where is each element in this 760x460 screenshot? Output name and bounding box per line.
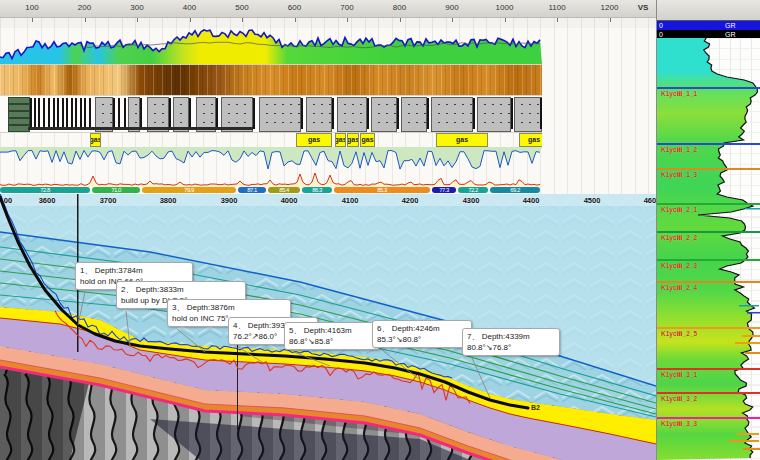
lithology-sand-block xyxy=(431,97,473,132)
lithology-coal-bar xyxy=(253,98,255,129)
depth-ruler-label: 4100 xyxy=(335,196,365,205)
lithology-coal-bar xyxy=(34,98,36,129)
depth-ruler-label: 4000 xyxy=(274,196,304,205)
depth-ruler-label: 00 xyxy=(0,196,23,205)
lithology-coal-bar xyxy=(48,98,50,129)
lithology-coal-bar xyxy=(169,98,171,129)
total-gas-curve-track xyxy=(0,172,542,187)
lithology-coal-bar xyxy=(75,98,77,129)
ruler-tick: 800 xyxy=(386,3,414,12)
lithology-coal-bar xyxy=(473,98,475,129)
depth-ruler-label: 4200 xyxy=(395,196,425,205)
depth-ruler-label: 4600 xyxy=(637,196,656,205)
formation-marker-line[interactable] xyxy=(657,168,760,170)
formation-marker-line[interactable] xyxy=(657,327,760,329)
gas-show-box: gas xyxy=(90,133,101,147)
inclination-segment: 71.0 xyxy=(92,187,140,193)
lithology-coal-bar xyxy=(66,98,68,129)
lithology-coal-bar xyxy=(30,98,32,129)
ruler-tick: 700 xyxy=(333,3,361,12)
annotation-callout[interactable]: 7、 Depth:4339m80.8°↘76.8° xyxy=(462,328,560,356)
lithology-coal-bar xyxy=(84,98,86,129)
ruler-tick: 900 xyxy=(438,3,466,12)
lithology-coal-bar xyxy=(124,98,126,129)
lithology-coal-bar xyxy=(427,98,429,129)
inclination-segment-bar: 72.871.079.987.185.486.385.377.372.269.2 xyxy=(0,187,542,194)
lithology-coal-bar xyxy=(57,98,59,129)
formation-marker-line[interactable] xyxy=(657,87,760,89)
seismic-section[interactable]: 0036003700380039004000410042004300440045… xyxy=(0,194,656,460)
formation-marker-label: K1ycⅢ_2_4 xyxy=(661,284,697,292)
lithology-coal-bar xyxy=(43,98,45,129)
ruler-tick: 100 xyxy=(18,3,46,12)
depth-ruler-label: 3900 xyxy=(214,196,244,205)
lithology-coal-bar xyxy=(332,98,334,129)
rop-curve-track xyxy=(0,147,542,172)
lithology-sand-block xyxy=(306,97,332,132)
inclination-segment: 85.3 xyxy=(334,187,430,193)
cuttings-heatmap-track xyxy=(0,65,542,96)
ruler-tick: 600 xyxy=(281,3,309,12)
gr-panel-cap xyxy=(657,0,760,20)
inclination-segment: 72.2 xyxy=(458,187,488,193)
lithology-coal-bar xyxy=(189,98,191,129)
gas-show-box: gas xyxy=(296,133,332,147)
formation-marker-label: K1ycⅢ_2_3 xyxy=(661,262,697,270)
annotation-callout[interactable]: 5、 Depth:4163m86.8°↘85.8° xyxy=(284,322,380,350)
ruler-tick: 400 xyxy=(176,3,204,12)
ruler-tick: 1000 xyxy=(491,3,519,12)
gas-show-track: gasgasgasgasgasgasgas xyxy=(0,133,542,147)
lithology-coal-bar xyxy=(397,98,399,129)
formation-marker-line[interactable] xyxy=(657,368,760,370)
inclination-segment: 85.4 xyxy=(268,187,300,193)
formation-marker-line[interactable] xyxy=(657,203,760,205)
lithology-coal-bar xyxy=(62,98,64,129)
formation-marker-line[interactable] xyxy=(657,281,760,283)
lithology-sand-block xyxy=(337,97,367,132)
formation-marker-label: K1ycⅢ_3_2 xyxy=(661,395,697,403)
gr-track-header-blue[interactable]: 0 GR xyxy=(657,20,760,30)
depth-ruler-label: 4400 xyxy=(516,196,546,205)
annotation-callout[interactable]: 6、 Depth:4246m85.3°↘80.8° xyxy=(372,320,472,348)
gas-show-box: gas xyxy=(360,133,375,147)
depth-ruler-label: 4300 xyxy=(456,196,486,205)
lithology-track xyxy=(0,96,542,133)
lithology-coal-bar xyxy=(113,98,115,129)
lithology-coal-bar xyxy=(71,98,73,129)
inclination-segment: 87.1 xyxy=(238,187,266,193)
formation-marker-line[interactable] xyxy=(657,417,760,419)
ruler-tick: 200 xyxy=(71,3,99,12)
lithology-sand-block xyxy=(401,97,427,132)
depth-ruler-label: 4500 xyxy=(577,196,607,205)
formation-marker-line[interactable] xyxy=(657,259,760,261)
lithology-coal-bar xyxy=(216,98,218,129)
formation-marker-label: K1ycⅢ_3_3 xyxy=(661,420,697,428)
lithology-coal-bar xyxy=(140,98,142,129)
formation-marker-line[interactable] xyxy=(657,143,760,145)
gr-reference-panel: 0 GR 0 GR K1ycⅢ_1_1K1ycⅢ_1_2K1ycⅢ_1_3K1y… xyxy=(656,0,760,460)
formation-marker-label: K1ycⅢ_1_1 xyxy=(661,90,697,98)
formation-marker-label: K1ycⅢ_2_5 xyxy=(661,330,697,338)
lithology-coal-bar xyxy=(38,98,40,129)
inclination-segment: 77.3 xyxy=(432,187,456,193)
inclination-segment: 79.9 xyxy=(142,187,236,193)
gas-show-box: gas xyxy=(347,133,359,147)
lithology-coal-bar xyxy=(301,98,303,129)
gas-show-box: gas xyxy=(519,133,542,147)
inclination-segment: 69.2 xyxy=(490,187,540,193)
ruler-tick: 1200 xyxy=(596,3,624,12)
lithology-coal-bar xyxy=(118,98,120,129)
depth-ruler-label: 3700 xyxy=(93,196,123,205)
geosteering-app-window: 100200300400500600700800900100011001200 … xyxy=(0,0,760,460)
formation-marker-line[interactable] xyxy=(657,392,760,394)
vs-axis-label: VS xyxy=(631,3,655,12)
formation-marker-label: K1ycⅢ_2_2 xyxy=(661,234,697,242)
formation-marker-line[interactable] xyxy=(657,231,760,233)
inclination-segment: 86.3 xyxy=(302,187,332,193)
gr-spectral-track xyxy=(0,28,542,65)
gas-show-box: gas xyxy=(436,133,488,147)
lithology-coal-bar xyxy=(367,98,369,129)
lithology-coal-bar xyxy=(53,98,55,129)
formation-marker-label: K1ycⅢ_2_1 xyxy=(661,206,697,214)
depth-ruler-label: 3600 xyxy=(32,196,62,205)
